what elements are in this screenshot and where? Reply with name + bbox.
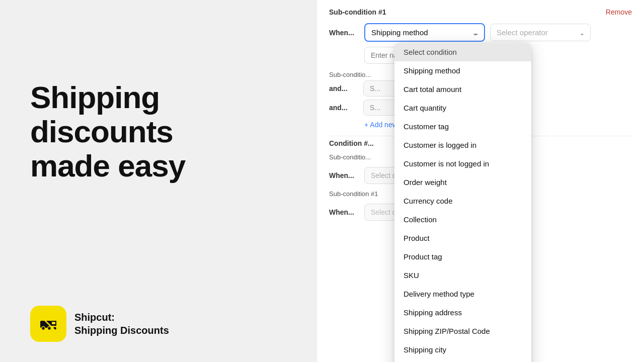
remove-link[interactable]: Remove	[606, 8, 632, 16]
hero-line2: discounts	[30, 114, 173, 149]
dropdown-item-select-condition[interactable]: Select condition	[394, 43, 531, 61]
dropdown-item-collection[interactable]: Collection	[394, 210, 531, 229]
brand-name-line1: Shipcut:	[74, 311, 169, 324]
when-row: When... Shipping method ⌃ Select conditi…	[329, 23, 632, 42]
dropdown-item-currency-code[interactable]: Currency code	[394, 192, 531, 210]
dropdown-item-shipping-country[interactable]: Shipping country	[394, 359, 531, 362]
sub-condition-1-header: Sub-condition #1 Remove	[329, 8, 632, 16]
add-new-link-1[interactable]: + Add new...	[329, 119, 403, 131]
dropdown-item-customer-logged-in[interactable]: Customer is logged in	[394, 136, 531, 154]
hero-line3: made easy	[30, 148, 185, 183]
dropdown-item-shipping-city[interactable]: Shipping city	[394, 340, 531, 359]
sub-condition-1-label: Sub-condition #1	[329, 8, 386, 16]
brand-icon	[30, 306, 66, 342]
operator-select[interactable]: Select operator	[490, 24, 591, 41]
when-label: When...	[329, 29, 359, 37]
dropdown-item-product-tag[interactable]: Product tag	[394, 247, 531, 266]
condition-select-wrapper: Shipping method ⌃ Select condition Shipp…	[364, 23, 485, 42]
dropdown-item-delivery-method[interactable]: Delivery method type	[394, 285, 531, 303]
bottom-when-label-2: When...	[329, 208, 359, 216]
operator-select-wrapper: Select operator	[490, 24, 591, 41]
dropdown-item-sku[interactable]: SKU	[394, 266, 531, 285]
right-panel: Sub-condition #1 Remove When... Shipping…	[317, 0, 644, 362]
bottom-when-label: When...	[329, 171, 359, 179]
operator-placeholder: Select operator	[497, 28, 548, 37]
dropdown-item-shipping-method[interactable]: Shipping method	[394, 61, 531, 80]
dropdown-item-customer-not-logged-in[interactable]: Customer is not logged in	[394, 154, 531, 173]
brand-name: Shipcut: Shipping Discounts	[74, 311, 169, 337]
left-panel: Shipping discounts made easy Shipcut	[0, 0, 317, 362]
and-label-2: and...	[329, 104, 359, 112]
hero-text: Shipping discounts made easy	[30, 80, 287, 184]
condition-dropdown-menu: Select condition Shipping method Cart to…	[394, 43, 531, 362]
hero-line1: Shipping	[30, 80, 159, 115]
svg-point-4	[42, 327, 45, 330]
chevron-down-icon: ⌃	[472, 29, 478, 37]
dropdown-item-customer-tag[interactable]: Customer tag	[394, 117, 531, 136]
condition-select[interactable]: Shipping method ⌃	[364, 23, 485, 42]
brand-name-line2: Shipping Discounts	[74, 324, 169, 337]
dropdown-item-product[interactable]: Product	[394, 229, 531, 247]
svg-point-5	[48, 327, 51, 330]
dropdown-item-cart-total[interactable]: Cart total amount	[394, 80, 531, 99]
svg-rect-3	[52, 322, 55, 324]
dropdown-item-order-weight[interactable]: Order weight	[394, 173, 531, 192]
dropdown-item-shipping-address[interactable]: Shipping address	[394, 303, 531, 322]
dropdown-item-cart-quantity[interactable]: Cart quantity	[394, 99, 531, 117]
condition-selected-value: Shipping method	[371, 28, 428, 37]
brand-footer: Shipcut: Shipping Discounts	[30, 306, 287, 342]
and-label-1: and...	[329, 84, 359, 93]
dropdown-item-shipping-zip[interactable]: Shipping ZIP/Postal Code	[394, 322, 531, 340]
